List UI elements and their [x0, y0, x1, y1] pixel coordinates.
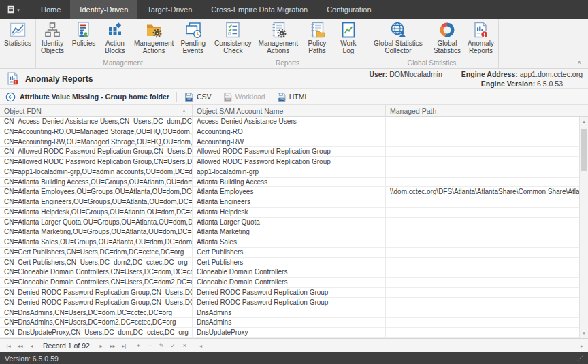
next-record-button[interactable]: ▸ — [96, 341, 106, 351]
cell-object-fdn: CN=Atlanta Engineers,OU=Groups,OU=Atlant… — [0, 197, 193, 207]
tab-home[interactable]: Home — [31, 0, 70, 19]
table-row[interactable]: CN=Atlanta Sales,OU=Groups,OU=Atlanta,OU… — [0, 237, 588, 248]
table-row[interactable]: CN=DnsAdmins,CN=Users,DC=dom2,DC=cctec,D… — [0, 318, 588, 328]
action-blocks-button[interactable]: Action Blocks — [99, 19, 131, 54]
table-row[interactable]: CN=Allowed RODC Password Replication Gro… — [0, 157, 588, 167]
tab-configuration[interactable]: Configuration — [317, 0, 380, 19]
report-name-label: Attribute Value Missing - Group home fol… — [20, 93, 169, 101]
table-row[interactable]: CN=DnsAdmins,CN=Users,DC=dom,DC=cctec,DC… — [0, 308, 588, 318]
ribbon-group-global-statistics: Global Statistics CollectorGlobal Statis… — [365, 19, 499, 68]
table-row[interactable]: CN=Accounting-RO,OU=Managed Storage,OU=H… — [0, 127, 588, 137]
prev-record-button[interactable]: ◂ — [27, 341, 37, 351]
tab-target-driven[interactable]: Target-Driven — [137, 0, 201, 19]
table-row[interactable]: CN=Atlanta Engineers,OU=Groups,OU=Atlant… — [0, 197, 588, 208]
scroll-up-icon[interactable]: ▲ — [580, 117, 588, 127]
cell-managed-path — [386, 267, 579, 277]
table-row[interactable]: CN=DnsUpdateProxy,CN=Users,DC=dom,DC=cct… — [0, 328, 588, 338]
next-page-button[interactable]: ▸▸ — [108, 341, 118, 351]
status-bar: Version: 6.5.0.59 ⋰ — [0, 352, 588, 364]
scroll-down-icon[interactable]: ▼ — [580, 329, 588, 338]
global-statistics-collector-button[interactable]: Global Statistics Collector — [366, 19, 430, 54]
cell-managed-path — [386, 208, 579, 217]
table-row[interactable]: CN=app1-localadmin-grp,OU=admin accounts… — [0, 167, 588, 178]
column-header-object-fdn[interactable]: Object FDN ▲ — [0, 105, 193, 116]
table-row[interactable]: CN=Allowed RODC Password Replication Gro… — [0, 147, 588, 157]
identity-objects-button[interactable]: Identity Objects — [37, 19, 68, 54]
cell-managed-path — [386, 318, 579, 327]
tab-identity-driven[interactable]: Identity-Driven — [70, 0, 137, 19]
horizontal-scrollbar[interactable]: ◂ ▸ — [197, 339, 585, 352]
delete-record-button[interactable]: − — [145, 341, 155, 351]
consistency-check-button[interactable]: Consistency Check — [211, 19, 255, 54]
scroll-right-icon[interactable]: ▸ — [578, 343, 585, 349]
cell-object-fdn: CN=Allowed RODC Password Replication Gro… — [0, 147, 193, 156]
table-row[interactable]: CN=Cloneable Domain Controllers,CN=Users… — [0, 267, 588, 278]
policies-icon — [75, 21, 93, 39]
end-edit-button[interactable]: ✓ — [168, 341, 178, 351]
cell-managed-path — [386, 147, 579, 156]
cell-object-sam-account-name: Denied RODC Password Replication Group — [193, 298, 386, 308]
anomaly-reports-button[interactable]: Anomaly Reports — [464, 19, 497, 54]
ribbon-group-label: Management — [37, 59, 209, 68]
table-row[interactable]: CN=Denied RODC Password Replication Grou… — [0, 298, 588, 308]
cell-object-fdn: CN=Atlanta Marketing,OU=Groups,OU=Atlant… — [0, 227, 193, 237]
column-header-managed-path[interactable]: Managed Path — [386, 105, 588, 116]
vertical-scrollbar-thumb[interactable] — [581, 129, 587, 171]
statistics-button[interactable]: Statistics — [1, 19, 35, 48]
table-row[interactable]: CN=Atlanta Employees,OU=Groups,OU=Atlant… — [0, 187, 588, 197]
column-header-object-sam-account-name[interactable]: Object SAM Account Name — [193, 105, 386, 116]
cancel-edit-button[interactable]: × — [180, 341, 190, 351]
last-record-button[interactable]: ▸| — [119, 341, 129, 351]
cell-object-fdn: CN=DnsAdmins,CN=Users,DC=dom2,DC=cctec,D… — [0, 318, 193, 327]
table-row[interactable]: CN=Atlanta Marketing,OU=Groups,OU=Atlant… — [0, 227, 588, 237]
cell-object-sam-account-name: app1-localadmin-grp — [193, 167, 386, 177]
edit-record-button[interactable]: ✎ — [157, 341, 167, 351]
global-statistics-collector-icon — [389, 21, 407, 39]
app-menu-button[interactable]: ▾ — [0, 0, 26, 19]
column-label: Object SAM Account Name — [197, 107, 283, 115]
scroll-left-icon[interactable]: ◂ — [197, 343, 204, 349]
policies-button[interactable]: Policies — [68, 19, 99, 48]
table-row[interactable]: CN=Denied RODC Password Replication Grou… — [0, 288, 588, 298]
cell-object-sam-account-name: Allowed RODC Password Replication Group — [193, 147, 386, 156]
pending-events-button[interactable]: Pending Events — [177, 19, 209, 54]
cell-object-fdn: CN=Atlanta Sales,OU=Groups,OU=Atlanta,OU… — [0, 237, 193, 247]
back-button[interactable]: Attribute Value Missing - Group home fol… — [5, 92, 169, 102]
engine-address-label: Engine Address: — [461, 70, 518, 78]
tab-cross-empire-data-migration[interactable]: Cross-Empire Data Migration — [201, 0, 317, 19]
engine-address-info: Engine Address: app1.dom.cctec.org — [461, 70, 583, 78]
identity-objects-icon — [44, 21, 61, 39]
work-log-button[interactable]: Work Log — [333, 19, 364, 54]
table-row[interactable]: CN=Cloneable Domain Controllers,CN=Users… — [0, 278, 588, 288]
anomaly-reports-icon — [5, 71, 20, 86]
table-row[interactable]: CN=Access-Denied Assistance Users,CN=Use… — [0, 117, 588, 127]
management-actions-button[interactable]: Management Actions — [131, 19, 177, 54]
cell-object-sam-account-name: DnsUpdateProxy — [193, 328, 386, 337]
ribbon-group-label: Global Statistics — [366, 59, 497, 68]
table-row[interactable]: CN=Atlanta Larger Quota,OU=Groups,OU=Atl… — [0, 218, 588, 228]
cell-managed-path — [386, 278, 579, 287]
cell-object-fdn: CN=Access-Denied Assistance Users,CN=Use… — [0, 117, 193, 127]
export-csv-button[interactable]: CSVCSV — [184, 92, 212, 102]
table-row[interactable]: CN=Cert Publishers,CN=Users,DC=dom2,DC=c… — [0, 258, 588, 268]
table-row[interactable]: CN=Accounting-RW,OU=Managed Storage,OU=H… — [0, 137, 588, 148]
first-record-button[interactable]: |◂ — [3, 341, 14, 351]
global-statistics-button[interactable]: Global Statistics — [430, 19, 464, 54]
report-toolbar: Attribute Value Missing - Group home fol… — [0, 89, 588, 105]
collapse-ribbon-icon[interactable]: ∧ — [577, 59, 581, 65]
policy-paths-button[interactable]: Policy Paths — [301, 19, 333, 54]
table-row[interactable]: CN=Atlanta Building Access,OU=Groups,OU=… — [0, 178, 588, 188]
table-row[interactable]: CN=Atlanta Helpdesk,OU=Groups,OU=Atlanta… — [0, 208, 588, 218]
ribbon-button-label: Policy Paths — [305, 40, 329, 54]
append-record-button[interactable]: + — [133, 341, 144, 351]
resize-grip-icon[interactable]: ⋰ — [577, 355, 583, 361]
vertical-scrollbar[interactable]: ▲ ▼ — [579, 117, 588, 338]
consistency-check-icon — [224, 21, 242, 39]
horizontal-scrollbar-track[interactable] — [204, 339, 578, 352]
table-row[interactable]: CN=Cert Publishers,CN=Users,DC=dom,DC=cc… — [0, 248, 588, 258]
management-actions-button[interactable]: Management Actions — [255, 19, 301, 54]
cell-managed-path — [386, 227, 579, 237]
export-html-button[interactable]: HTMHTML — [276, 92, 309, 102]
cell-object-fdn: CN=Denied RODC Password Replication Grou… — [0, 298, 193, 308]
prev-page-button[interactable]: ◂◂ — [15, 341, 25, 351]
